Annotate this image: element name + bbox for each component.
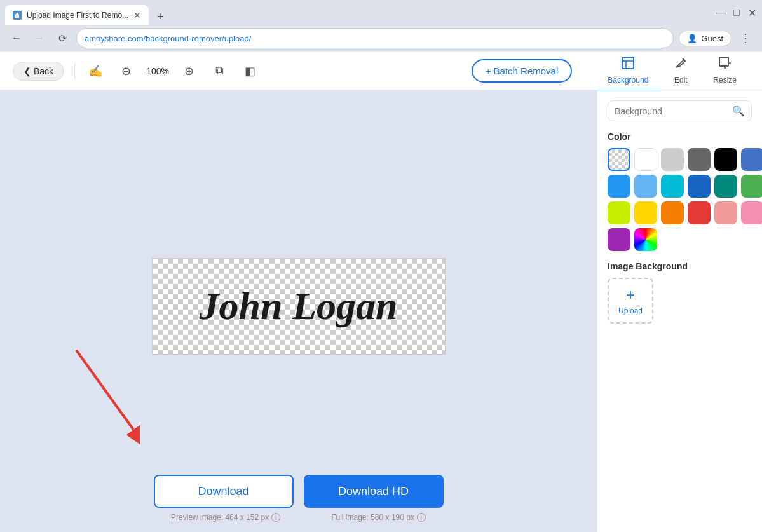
color-light-blue[interactable]: [634, 175, 657, 198]
zoom-in-button[interactable]: ⊕: [179, 61, 200, 81]
preview-info: Preview image: 464 x 152 px i: [171, 513, 280, 522]
address-bar-row: ← → ⟳ amoyshare.com/background-remover/u…: [0, 25, 762, 52]
red-arrow-annotation: [38, 331, 140, 458]
tab-resize[interactable]: Resize: [700, 51, 749, 91]
background-search-box[interactable]: 🔍: [608, 100, 752, 121]
refresh-button[interactable]: ⟳: [53, 29, 71, 47]
color-purple[interactable]: [608, 228, 630, 251]
app-toolbar: ❮ Back ✍ ⊖ 100% ⊕ ⧉ ◧ + Batch Removal Ba…: [0, 52, 762, 90]
color-orange[interactable]: [661, 201, 684, 224]
full-info: Full image: 580 x 190 px i: [331, 513, 426, 522]
tab-edit-label: Edit: [674, 76, 688, 85]
tab-resize-label: Resize: [713, 76, 737, 85]
tab-title: Upload Image First to Remo...: [27, 11, 128, 20]
zoom-out-button[interactable]: ⊖: [116, 61, 136, 81]
color-blue[interactable]: [608, 175, 630, 198]
bottom-actions: Download Download HD Preview image: 464 …: [140, 475, 458, 522]
pan-tool-button[interactable]: ✍: [85, 61, 105, 81]
panel-tabs: Background Edit Resize: [595, 51, 749, 91]
color-lime[interactable]: [608, 201, 630, 224]
guest-icon: 👤: [687, 34, 697, 43]
back-button[interactable]: ❮ Back: [13, 62, 64, 81]
color-light-gray[interactable]: [661, 148, 684, 171]
color-red[interactable]: [688, 201, 711, 224]
back-arrow-icon: ❮: [24, 66, 31, 76]
color-section-label: Color: [608, 132, 752, 142]
maximize-button[interactable]: □: [731, 8, 742, 18]
color-black[interactable]: [714, 148, 737, 171]
minimize-button[interactable]: —: [716, 8, 726, 18]
action-buttons-row: Download Download HD: [154, 475, 444, 508]
file-info-row: Preview image: 464 x 152 px i Full image…: [171, 513, 426, 522]
color-steel-blue[interactable]: [741, 148, 762, 171]
upload-label: Upload: [618, 306, 643, 315]
split-view-button[interactable]: ◧: [240, 61, 261, 81]
canvas-area: John Logan Download Download HD Preview …: [0, 90, 597, 532]
image-container: John Logan: [152, 258, 446, 355]
color-dark-gray[interactable]: [688, 148, 711, 171]
tab-favicon: [13, 11, 22, 20]
svg-rect-0: [622, 57, 634, 69]
back-label: Back: [34, 66, 53, 76]
tab-background-label: Background: [608, 76, 648, 85]
new-tab-button[interactable]: +: [151, 8, 169, 25]
signature-image: John Logan: [200, 283, 398, 329]
zoom-display: 100%: [146, 66, 169, 76]
color-teal[interactable]: [714, 175, 737, 198]
image-bg-label: Image Background: [608, 261, 752, 271]
search-icon: 🔍: [732, 105, 745, 117]
toolbar-divider: [74, 62, 75, 80]
download-hd-button[interactable]: Download HD: [304, 475, 444, 508]
address-box[interactable]: amoyshare.com/background-remover/upload/: [76, 28, 674, 48]
download-button[interactable]: Download: [154, 475, 294, 508]
batch-removal-button[interactable]: + Batch Removal: [472, 59, 573, 83]
color-white[interactable]: [634, 148, 657, 171]
color-pink[interactable]: [741, 201, 762, 224]
color-dark-blue[interactable]: [688, 175, 711, 198]
tab-edit[interactable]: Edit: [661, 51, 700, 91]
tab-background[interactable]: Background: [595, 51, 661, 91]
right-panel: 🔍 Color: [597, 90, 762, 532]
canvas-preview: John Logan: [152, 258, 446, 355]
color-rainbow[interactable]: [634, 228, 657, 251]
more-options-button[interactable]: ⋮: [737, 29, 754, 47]
background-search-input[interactable]: [615, 106, 732, 116]
svg-rect-1: [719, 57, 728, 66]
url-display: amoyshare.com/background-remover/upload/: [85, 34, 665, 43]
resize-tab-icon: [718, 56, 732, 73]
preview-info-icon: i: [271, 513, 280, 522]
svg-line-3: [76, 350, 133, 430]
color-green[interactable]: [741, 175, 762, 198]
tab-close-button[interactable]: ✕: [133, 10, 141, 20]
full-info-icon: i: [417, 513, 426, 522]
image-background-section: Image Background + Upload: [608, 261, 752, 324]
guest-label: Guest: [701, 34, 723, 43]
edit-tab-icon: [674, 56, 688, 73]
upload-background-button[interactable]: + Upload: [608, 278, 653, 324]
main-layout: John Logan Download Download HD Preview …: [0, 90, 762, 532]
background-tab-icon: [621, 56, 635, 73]
guest-button[interactable]: 👤 Guest: [679, 31, 731, 46]
back-nav-button[interactable]: ←: [8, 29, 25, 47]
color-transparent[interactable]: [608, 148, 630, 171]
color-cyan[interactable]: [661, 175, 684, 198]
close-button[interactable]: ✕: [747, 8, 757, 18]
color-pink-light[interactable]: [714, 201, 737, 224]
color-grid: [608, 148, 752, 251]
browser-tab[interactable]: Upload Image First to Remo... ✕: [5, 5, 149, 25]
color-yellow[interactable]: [634, 201, 657, 224]
fullscreen-button[interactable]: ⧉: [210, 61, 230, 81]
forward-nav-button[interactable]: →: [31, 29, 48, 47]
upload-plus-icon: +: [626, 286, 635, 304]
